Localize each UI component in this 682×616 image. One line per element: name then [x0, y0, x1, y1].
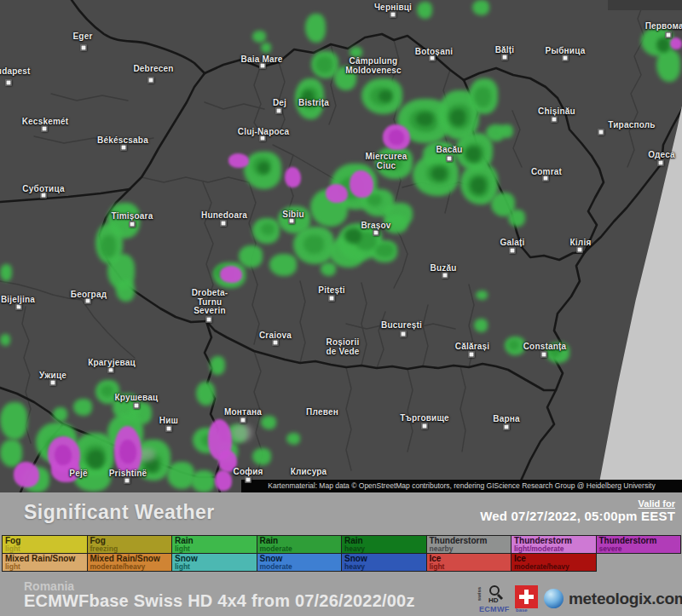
map-canvas[interactable]: ЧернівціПервомайськEgerBudapestDebrecenB…	[0, 0, 682, 492]
city-label: Drobeta-TurnuSeverin	[192, 289, 228, 316]
city-marker	[134, 403, 140, 409]
city-marker	[447, 156, 453, 162]
legend-cell: Icelight	[426, 553, 512, 572]
city-label: Клисура	[291, 468, 327, 477]
city-label: Prishtinë	[109, 469, 147, 479]
city-label: Bistrița	[298, 99, 329, 108]
city-label: Botoșani	[415, 48, 453, 57]
swiss-flag-icon	[515, 585, 538, 608]
city-label: Timișoara	[112, 212, 153, 222]
city-label: Craiova	[259, 331, 292, 341]
weather-legend: FoglightFogfreezingRainlightRainmoderate…	[2, 536, 680, 572]
city-label: Търговище	[400, 414, 449, 423]
city-label: Cluj-Napoca	[238, 128, 290, 137]
legend-cell-sublabel: light	[175, 545, 257, 553]
city-label: Kecskemét	[22, 118, 69, 127]
legend-row: Mixed Rain/SnowlightMixed Rain/Snowmoder…	[2, 554, 680, 572]
city-label: MiercureaCiuc	[365, 153, 407, 170]
city-label: София	[233, 468, 263, 477]
city-layer: ЧернівціПервомайськEgerBudapestDebrecenB…	[0, 0, 682, 492]
city-label: Первомайськ	[645, 22, 682, 32]
legend-cell: Snowmoderate	[257, 553, 343, 572]
city-marker	[510, 248, 516, 254]
city-label: Рыбница	[546, 47, 586, 56]
city-marker	[373, 230, 379, 236]
swiss-vertical-label: swiss	[477, 587, 482, 601]
legend-cell-sublabel: heavy	[344, 563, 426, 571]
legend-cell: Snowheavy	[341, 553, 427, 572]
city-marker	[16, 304, 22, 310]
city-label: Chișinău	[538, 107, 575, 117]
city-label: Варна	[493, 415, 520, 424]
city-label: Pejë	[69, 469, 87, 479]
valid-for-label: Valid for	[480, 498, 675, 509]
legend-cell-sublabel: freezing	[90, 545, 172, 553]
legend-cell: Mixed Rain/Snowlight	[2, 553, 88, 572]
legend-cell: Fogfreezing	[87, 535, 173, 554]
city-label: Comrat	[531, 168, 562, 177]
legend-cell-sublabel: light/moderate	[514, 545, 596, 553]
city-label: Bălți	[495, 46, 515, 55]
city-marker	[81, 45, 87, 51]
city-marker	[148, 78, 154, 83]
weather-app: ЧернівціПервомайськEgerBudapestDebrecenB…	[0, 0, 682, 616]
city-marker	[541, 352, 547, 358]
page-title: Significant Weather	[24, 501, 215, 524]
city-label: Одеса	[648, 151, 675, 160]
legend-cell-sublabel: moderate/heavy	[90, 563, 172, 571]
city-label: Чернівці	[374, 3, 412, 13]
city-marker	[221, 221, 227, 227]
legend-cell-sublabel: light	[175, 563, 257, 571]
city-marker	[552, 117, 558, 123]
city-marker	[666, 32, 672, 38]
model-run-label: ECMWFbase Swiss HD 4x4 from 07/26/2022/0…	[24, 591, 415, 611]
city-label: Hunedoara	[201, 211, 247, 221]
city-label: Крагујевац	[88, 359, 136, 368]
city-label: Galați	[500, 239, 525, 248]
city-label: Eger	[72, 32, 92, 42]
city-marker	[130, 222, 136, 227]
city-label: Buzău	[431, 264, 457, 273]
legend-cell-sublabel: light	[5, 563, 87, 571]
city-marker	[442, 273, 448, 279]
city-marker	[42, 126, 48, 132]
brand-text: meteologix.com	[569, 590, 682, 608]
city-label: Pitești	[318, 286, 344, 296]
city-marker	[577, 247, 583, 253]
city-marker	[390, 12, 396, 18]
legend-cell-sublabel: light	[430, 563, 512, 571]
city-label: Монтана	[224, 408, 262, 417]
legend-cell-sublabel: severe	[599, 545, 681, 553]
meteologix-brand[interactable]: meteologix.com	[544, 589, 682, 608]
ecmwf-label: ECMWF	[479, 605, 510, 613]
legend-cell: Rainmoderate	[257, 535, 343, 554]
city-label: Călărași	[455, 343, 490, 352]
city-label: Београд	[71, 291, 107, 300]
city-label: Ужице	[39, 371, 66, 381]
hd-label: HD	[488, 596, 499, 604]
city-label: Roșioriide Vede	[326, 338, 359, 356]
city-label: Bijeljina	[1, 296, 35, 305]
city-marker	[401, 331, 407, 337]
legend-row: FoglightFogfreezingRainlightRainmoderate…	[2, 536, 680, 554]
info-panel: Significant Weather Valid for Wed 07/27/…	[0, 492, 682, 616]
legend-cell-sublabel: heavy	[344, 545, 426, 553]
city-label: Budapest	[0, 67, 31, 77]
city-marker	[166, 426, 172, 432]
city-marker	[240, 417, 246, 423]
city-label: Крушевац	[115, 394, 159, 403]
legend-cell: Snowlight	[171, 553, 257, 572]
legend-cell-empty	[596, 553, 682, 572]
city-label: Baia Mare	[240, 55, 282, 65]
city-label: Brașov	[361, 222, 390, 231]
city-marker	[598, 130, 604, 135]
legend-cell-sublabel: moderate/heavy	[514, 563, 596, 571]
city-label: Суботица	[22, 185, 64, 194]
city-label: Плевен	[306, 408, 338, 417]
city-marker	[276, 108, 282, 114]
legend-cell: Foglight	[2, 535, 88, 554]
legend-cell-sublabel: moderate	[260, 545, 342, 553]
city-marker	[6, 80, 12, 86]
magnifier-icon	[489, 585, 500, 596]
city-label: Кілія	[570, 239, 592, 248]
